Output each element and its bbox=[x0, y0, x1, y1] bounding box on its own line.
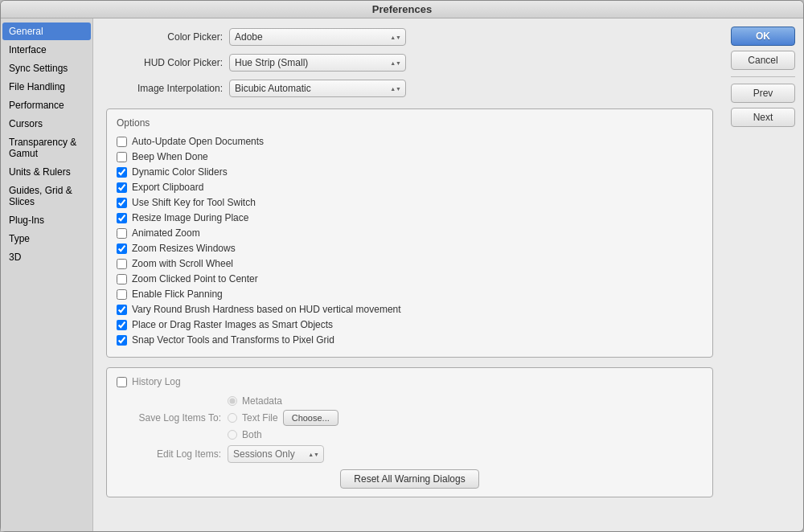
checkbox-label[interactable]: Resize Image During Place bbox=[132, 212, 248, 223]
cancel-button[interactable]: Cancel bbox=[731, 51, 795, 70]
radio-row: Text FileChoose... bbox=[228, 410, 338, 426]
history-log-box: History Log Save Log Items To: MetadataT… bbox=[106, 367, 713, 497]
choose-button[interactable]: Choose... bbox=[283, 410, 338, 426]
checkbox-label[interactable]: Use Shift Key for Tool Switch bbox=[132, 197, 256, 208]
sidebar-item-sync-settings[interactable]: Sync Settings bbox=[2, 59, 91, 77]
checkbox-row: Animated Zoom bbox=[117, 227, 703, 239]
next-button[interactable]: Next bbox=[731, 108, 795, 127]
checkbox-zoom-with-scroll-wheel[interactable] bbox=[117, 259, 127, 269]
radio-text-file[interactable] bbox=[228, 413, 237, 423]
radio-metadata[interactable] bbox=[228, 396, 237, 406]
hud-color-picker-row: HUD Color Picker: Hue Strip (Small)Hue S… bbox=[106, 54, 713, 72]
checkbox-label[interactable]: Animated Zoom bbox=[132, 227, 200, 239]
edit-log-label: Edit Log Items: bbox=[117, 448, 221, 460]
sidebar-item-plug-ins[interactable]: Plug-Ins bbox=[2, 211, 91, 229]
sidebar-item-performance[interactable]: Performance bbox=[2, 96, 91, 114]
checkbox-snap-vector-tools-and-transforms-to-pixel-grid[interactable] bbox=[117, 335, 127, 346]
sidebar-item-type[interactable]: Type bbox=[2, 230, 91, 248]
options-box: Options Auto-Update Open DocumentsBeep W… bbox=[106, 108, 713, 358]
sidebar-item-interface[interactable]: Interface bbox=[2, 41, 91, 59]
checkbox-row: Enable Flick Panning bbox=[117, 288, 703, 301]
checkbox-label[interactable]: Auto-Update Open Documents bbox=[132, 136, 264, 147]
radio-label[interactable]: Metadata bbox=[242, 395, 282, 407]
checkbox-label[interactable]: Vary Round Brush Hardness based on HUD v… bbox=[132, 304, 401, 315]
checkbox-export-clipboard[interactable] bbox=[117, 182, 127, 193]
checkbox-label[interactable]: Enable Flick Panning bbox=[132, 289, 223, 300]
image-interpolation-select[interactable]: Bicubic AutomaticBilinearBicubicNearest … bbox=[229, 80, 406, 97]
checkbox-place-or-drag-raster-images-as-smart-objects[interactable] bbox=[117, 320, 127, 330]
checkbox-vary-round-brush-hardness-based-on-hud-vertical-movement[interactable] bbox=[117, 305, 127, 315]
checkbox-auto-update-open-documents[interactable] bbox=[117, 137, 127, 147]
sidebar-item-cursors[interactable]: Cursors bbox=[2, 115, 91, 133]
image-interpolation-row: Image Interpolation: Bicubic AutomaticBi… bbox=[106, 80, 713, 97]
history-log-checkbox[interactable] bbox=[117, 377, 127, 387]
checkbox-row: Zoom Clicked Point to Center bbox=[117, 272, 703, 285]
radio-both[interactable] bbox=[228, 430, 237, 440]
checkbox-row: Dynamic Color Sliders bbox=[117, 166, 703, 178]
checkbox-row: Zoom Resizes Windows bbox=[117, 242, 703, 255]
color-picker-label: Color Picker: bbox=[106, 31, 223, 43]
hud-color-picker-select[interactable]: Hue Strip (Small)Hue Strip (Large)Hue Wh… bbox=[229, 54, 406, 72]
radio-row: Metadata bbox=[228, 395, 338, 407]
checkbox-zoom-resizes-windows[interactable] bbox=[117, 243, 127, 254]
checkbox-dynamic-color-sliders[interactable] bbox=[117, 167, 127, 178]
edit-log-select-wrapper: Sessions OnlyConciseDetailed bbox=[228, 445, 324, 463]
checkbox-label[interactable]: Beep When Done bbox=[132, 151, 208, 162]
checkbox-label[interactable]: Zoom Resizes Windows bbox=[132, 243, 236, 254]
checkbox-label[interactable]: Export Clipboard bbox=[132, 182, 203, 193]
window-title: Preferences bbox=[372, 3, 432, 15]
edit-log-select[interactable]: Sessions OnlyConciseDetailed bbox=[228, 445, 324, 463]
checkbox-row: Auto-Update Open Documents bbox=[117, 135, 703, 148]
checkbox-beep-when-done[interactable] bbox=[117, 152, 127, 162]
prev-button[interactable]: Prev bbox=[731, 84, 795, 103]
hud-color-picker-select-wrapper: Hue Strip (Small)Hue Strip (Large)Hue Wh… bbox=[229, 54, 406, 72]
hud-color-picker-label: HUD Color Picker: bbox=[106, 57, 223, 68]
sidebar-item-file-handling[interactable]: File Handling bbox=[2, 78, 91, 96]
checkbox-label[interactable]: Zoom with Scroll Wheel bbox=[132, 258, 233, 269]
checkbox-enable-flick-panning[interactable] bbox=[117, 289, 127, 300]
sidebar-item-general[interactable]: General bbox=[2, 23, 91, 40]
color-picker-select[interactable]: AdobeApple bbox=[229, 28, 406, 46]
checkbox-label[interactable]: Snap Vector Tools and Transforms to Pixe… bbox=[132, 334, 334, 346]
radio-label[interactable]: Text File bbox=[242, 412, 278, 424]
radio-label[interactable]: Both bbox=[242, 429, 262, 440]
color-picker-select-wrapper: AdobeApple bbox=[229, 28, 406, 46]
checkbox-use-shift-key-for-tool-switch[interactable] bbox=[117, 198, 127, 208]
window-body: GeneralInterfaceSync SettingsFile Handli… bbox=[1, 18, 803, 531]
checkbox-label[interactable]: Zoom Clicked Point to Center bbox=[132, 273, 258, 284]
button-divider bbox=[731, 76, 795, 77]
sidebar-item-units--rulers[interactable]: Units & Rulers bbox=[2, 163, 91, 181]
sidebar-item-guides-grid--slices[interactable]: Guides, Grid & Slices bbox=[2, 182, 91, 211]
checkbox-row: Snap Vector Tools and Transforms to Pixe… bbox=[117, 334, 703, 346]
checkbox-animated-zoom[interactable] bbox=[117, 228, 127, 239]
checkbox-row: Use Shift Key for Tool Switch bbox=[117, 196, 703, 209]
checkbox-row: Beep When Done bbox=[117, 150, 703, 163]
right-buttons: OK Cancel Prev Next bbox=[723, 18, 803, 531]
image-interpolation-label: Image Interpolation: bbox=[106, 83, 223, 94]
history-log-header: History Log bbox=[117, 376, 703, 387]
options-title: Options bbox=[117, 117, 703, 129]
checkbox-label[interactable]: Place or Drag Raster Images as Smart Obj… bbox=[132, 319, 333, 330]
radio-group: MetadataText FileChoose...Both bbox=[228, 395, 338, 440]
image-interpolation-select-wrapper: Bicubic AutomaticBilinearBicubicNearest … bbox=[229, 80, 406, 97]
sidebar: GeneralInterfaceSync SettingsFile Handli… bbox=[1, 18, 93, 531]
checkbox-row: Zoom with Scroll Wheel bbox=[117, 257, 703, 270]
save-log-label: Save Log Items To: bbox=[117, 412, 221, 424]
checkbox-row: Export Clipboard bbox=[117, 181, 703, 194]
checkbox-row: Resize Image During Place bbox=[117, 211, 703, 224]
title-bar: Preferences bbox=[1, 1, 803, 18]
checkbox-resize-image-during-place[interactable] bbox=[117, 213, 127, 223]
main-content: Color Picker: AdobeApple HUD Color Picke… bbox=[93, 18, 723, 531]
reset-button[interactable]: Reset All Warning Dialogs bbox=[340, 469, 478, 489]
radio-row: Both bbox=[228, 429, 338, 440]
preferences-window: Preferences GeneralInterfaceSync Setting… bbox=[0, 0, 804, 532]
checkbox-label[interactable]: Dynamic Color Sliders bbox=[132, 166, 228, 178]
checkbox-zoom-clicked-point-to-center[interactable] bbox=[117, 274, 127, 284]
edit-log-row: Edit Log Items: Sessions OnlyConciseDeta… bbox=[117, 445, 703, 463]
ok-button[interactable]: OK bbox=[731, 27, 795, 46]
history-log-title[interactable]: History Log bbox=[132, 376, 181, 387]
color-picker-row: Color Picker: AdobeApple bbox=[106, 28, 713, 46]
sidebar-item-3d[interactable]: 3D bbox=[2, 248, 91, 266]
sidebar-item-transparency--gamut[interactable]: Transparency & Gamut bbox=[2, 133, 91, 162]
save-log-row: Save Log Items To: MetadataText FileChoo… bbox=[117, 395, 703, 440]
